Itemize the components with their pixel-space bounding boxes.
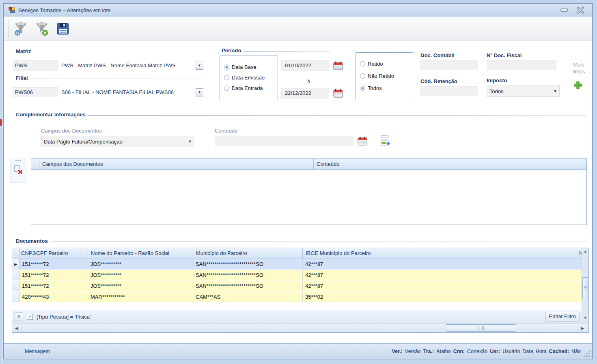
complement-grid: Campos dos Documentos Conteúdo [31, 158, 587, 225]
filter-apply-button[interactable] [33, 19, 51, 38]
matriz-label: Matriz [16, 48, 31, 54]
horizontal-scrollbar-thumb[interactable] [446, 324, 516, 332]
matriz-code-field[interactable]: PWS [13, 60, 58, 71]
scroll-left-arrow[interactable]: ◀ [12, 325, 21, 332]
vertical-scrollbar-thumb[interactable] [582, 277, 588, 298]
cell-municipio[interactable]: SAN************************SO [193, 281, 303, 291]
scroll-right-arrow[interactable]: ▶ [578, 325, 587, 332]
conteudo-calendar-button[interactable] [358, 137, 367, 147]
retencao-groupbox: Retido Não Retido Todos [356, 52, 413, 100]
radio-icon [224, 86, 229, 91]
cell-nome[interactable]: MAR*********** [88, 292, 193, 302]
vertical-scrollbar[interactable]: ▲ ▼ [582, 248, 588, 323]
status-cnn-value: Conexão [467, 349, 487, 354]
document-add-icon [379, 135, 391, 147]
toolbar-drag-handle[interactable] [8, 20, 9, 37]
date-from-field[interactable]: 01/10/2022 [281, 60, 329, 71]
scroll-up-arrow[interactable]: ▲ [582, 248, 588, 255]
radio-retido[interactable]: Retido [356, 58, 413, 70]
cell-nome[interactable]: JOS********** [88, 281, 193, 291]
date-to-calendar-button[interactable] [333, 89, 343, 99]
thumb-grip [584, 286, 587, 290]
cell-municipio[interactable]: SAN************************SO [193, 259, 303, 270]
delete-row-icon [13, 165, 24, 175]
date-range-separator: à [307, 78, 310, 84]
campos-documentos-label: Campos dos Documentos [41, 128, 102, 134]
section-line [88, 115, 586, 116]
table-row[interactable]: ▶ 151******72 JOS********** SAN*********… [12, 259, 582, 270]
date-to-field[interactable]: 22/12/2022 [281, 88, 329, 98]
radio-data-emissao[interactable]: Data Emissão [220, 72, 278, 83]
radio-data-entrada[interactable]: Data Entrada [220, 83, 278, 93]
radio-nao-retido[interactable]: Não Retido [356, 70, 413, 82]
filter-config-button[interactable] [12, 19, 30, 38]
edit-filter-button[interactable]: Editar Filtro [545, 312, 580, 321]
column-header-campos[interactable]: Campos dos Documentos [39, 159, 314, 169]
cell-nome[interactable]: JOS********** [88, 270, 193, 280]
cell-ibge[interactable]: 42***87 [303, 259, 582, 270]
ellipsis-handle[interactable]: ••• [15, 159, 22, 163]
cell-cnpj[interactable]: 151******72 [19, 259, 88, 270]
column-header-conteudo[interactable]: Conteúdo [314, 159, 586, 169]
filter-enabled-checkbox[interactable] [27, 314, 33, 320]
date-from-calendar-button[interactable] [333, 61, 343, 71]
section-documentos: Documentos [16, 238, 588, 244]
conteudo-label: Conteúdo [215, 128, 237, 134]
mais-filtros-add-button[interactable] [573, 81, 582, 91]
cell-nome[interactable]: JOS********** [88, 259, 193, 270]
table-row[interactable]: 151******72 JOS********** SAN***********… [12, 270, 582, 281]
column-header-municipio[interactable]: Município do Parceiro [193, 248, 303, 259]
plus-icon [573, 81, 582, 90]
chevron-down-icon[interactable]: ▼ [196, 88, 203, 96]
radio-icon [360, 73, 365, 79]
matriz-combobox[interactable]: PWS - Matriz PWS - Nome Fantasia Matriz … [60, 60, 203, 71]
close-button[interactable] [574, 4, 586, 17]
remove-complement-button[interactable] [13, 165, 24, 176]
chevron-down-icon[interactable]: ▼ [186, 139, 194, 143]
radio-icon [224, 75, 229, 80]
cell-ibge[interactable]: 42***87 [303, 281, 582, 291]
status-usr-value: Usuário [502, 349, 520, 354]
minimize-button[interactable] [558, 4, 570, 17]
resize-grip[interactable] [589, 355, 590, 357]
section-line [244, 51, 330, 51]
remove-filter-button[interactable]: ✕ [15, 313, 23, 321]
status-tra-label: Tra.: [423, 349, 434, 354]
radio-data-base[interactable]: Data Base [220, 62, 278, 72]
scroll-down-arrow[interactable]: ▼ [582, 315, 588, 321]
column-header-nome[interactable]: Nome do Parceiro - Razão Social [88, 248, 193, 259]
section-line [31, 79, 203, 79]
cell-cnpj[interactable]: 151******72 [19, 270, 88, 280]
grid-filter-bar: ✕ [Tipo Pessoa] = 'Física' Editar Filtro [12, 310, 582, 323]
imposto-combobox[interactable]: Todos ▼ [487, 86, 560, 97]
cell-cnpj[interactable]: 420******43 [19, 292, 88, 302]
num-doc-fiscal-field[interactable] [487, 60, 556, 70]
cell-ibge[interactable]: 42***87 [303, 270, 582, 280]
imposto-combobox-value: Todos [487, 88, 551, 94]
section-periodo: Período [222, 47, 330, 54]
cell-municipio[interactable]: CAM***AS [193, 292, 303, 302]
filial-code-field[interactable]: PWS06 [13, 87, 58, 97]
chevron-down-icon[interactable]: ▼ [196, 62, 203, 70]
cell-ibge[interactable]: 35***02 [303, 292, 582, 302]
table-row[interactable]: 151******72 JOS********** SAN***********… [12, 281, 582, 292]
cell-cnpj[interactable]: 151******72 [19, 281, 88, 291]
toolbar [4, 17, 592, 41]
table-row[interactable]: 420******43 MAR*********** CAM***AS 35**… [12, 292, 582, 303]
column-header-ibge[interactable]: IBGE Município do Parceiro [303, 248, 576, 259]
radio-todos[interactable]: Todos [356, 82, 413, 94]
chevron-down-icon[interactable]: ▼ [551, 89, 559, 93]
conteudo-field[interactable] [215, 136, 353, 146]
campos-documentos-combobox[interactable]: Data Pagto Fatura/Compensação ▼ [41, 136, 194, 147]
status-data-value: Data [522, 349, 533, 354]
doc-contabil-field[interactable] [420, 60, 478, 70]
cell-municipio[interactable]: SAN************************SO [193, 270, 303, 280]
complement-grid-body[interactable] [31, 170, 586, 225]
cod-retencao-field[interactable] [420, 86, 478, 96]
filial-combobox-value: S06 - FILIAL - NOME FANTASIA FILIAL PWS0… [60, 89, 196, 95]
save-button[interactable] [54, 19, 72, 38]
horizontal-scrollbar[interactable]: ◀ ▶ [12, 323, 588, 333]
add-complement-button[interactable] [379, 135, 391, 148]
column-header-cnpj[interactable]: CNPJ/CPF Parceiro [19, 248, 88, 259]
filial-combobox[interactable]: S06 - FILIAL - NOME FANTASIA FILIAL PWS0… [60, 87, 203, 97]
